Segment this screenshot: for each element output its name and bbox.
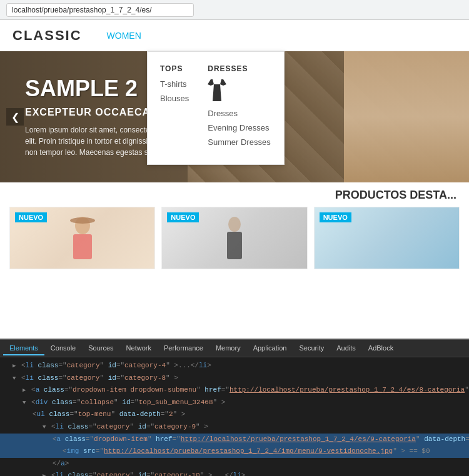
site-logo[interactable]: CLASSIC	[13, 27, 82, 44]
tree-line-3[interactable]: ▶ <a class="dropdown-item dropdown-subme…	[0, 384, 469, 397]
dropdown-tops-col: TOPS T-shirts Blouses	[160, 64, 189, 152]
dropdown-evening-dresses[interactable]: Evening Dresses	[208, 123, 270, 132]
tab-console[interactable]: Console	[44, 342, 82, 355]
url-bar[interactable]: localhost/prueba/prestashop_1_7_2_4/es/	[6, 3, 194, 17]
product-badge-2: NUEVO	[167, 212, 199, 222]
products-title: PRODUCTOS DESTA...	[9, 189, 460, 202]
tree-line-10[interactable]: ▶ <li class="category" id="category-10" …	[0, 470, 469, 476]
product-card-2[interactable]: NUEVO	[161, 207, 307, 269]
hero-person-image	[344, 51, 469, 182]
tree-line-9[interactable]: </a>	[0, 458, 469, 470]
hero-prev-arrow[interactable]: ❮	[6, 108, 24, 126]
svg-rect-4	[227, 232, 242, 259]
dropdown-columns: TOPS T-shirts Blouses DRESSES Dresses Ev…	[160, 64, 271, 152]
dropdown-tshirts[interactable]: T-shirts	[160, 79, 189, 89]
svg-rect-1	[73, 234, 92, 259]
products-grid: NUEVO NUEVO	[9, 207, 460, 269]
tab-application[interactable]: Application	[247, 342, 293, 355]
browser-bar: localhost/prueba/prestashop_1_7_2_4/es/	[0, 0, 469, 20]
product-card-1[interactable]: NUEVO	[9, 207, 155, 269]
tree-line-5[interactable]: <ul class="top-menu" data-depth="2" >	[0, 409, 469, 421]
dropdown-summer-dresses[interactable]: Summer Dresses	[208, 137, 270, 147]
svg-point-3	[228, 217, 241, 232]
dress-icon	[208, 79, 270, 106]
tree-line-7[interactable]: <a class="dropdown-item" href="http://lo…	[0, 434, 469, 446]
dropdown-dresses-col: DRESSES Dresses Evening Dresses Summer D…	[208, 64, 270, 152]
tree-line-6[interactable]: ▼ <li class="category" id="category-9" >	[0, 421, 469, 434]
tab-memory[interactable]: Memory	[209, 342, 247, 355]
tree-line-1[interactable]: ▶ <li class="category" id="category-4" >…	[0, 360, 469, 372]
tree-line-4[interactable]: ▼ <div class="collapse" id="top_sub_menu…	[0, 397, 469, 409]
tab-security[interactable]: Security	[293, 342, 330, 355]
nav-bar: CLASSIC WOMEN TOPS T-shirts Blouses DRES…	[0, 20, 469, 51]
tab-adblock[interactable]: AdBlock	[362, 342, 400, 355]
devtools-content: ▶ <li class="category" id="category-4" >…	[0, 357, 469, 476]
tab-audits[interactable]: Audits	[330, 342, 362, 355]
tree-line-8[interactable]: <img src="http://localhost/prueba/presta…	[0, 445, 469, 458]
product-badge-3: NUEVO	[320, 212, 351, 222]
devtools-tabs: Elements Console Sources Network Perform…	[0, 340, 469, 357]
product-card-3[interactable]: NUEVO	[314, 207, 460, 269]
tree-line-2[interactable]: ▼ <li class="category" id="category-8" >	[0, 372, 469, 385]
nav-items: WOMEN	[107, 31, 141, 41]
tab-elements[interactable]: Elements	[3, 342, 44, 355]
tab-performance[interactable]: Performance	[158, 342, 209, 355]
devtools-panel: Elements Console Sources Network Perform…	[0, 339, 469, 476]
tops-title: TOPS	[160, 64, 189, 73]
tab-network[interactable]: Network	[120, 342, 158, 355]
dropdown-dresses[interactable]: Dresses	[208, 109, 270, 118]
products-section: PRODUCTOS DESTA... NUEVO NUEVO	[0, 182, 469, 272]
product-badge-1: NUEVO	[15, 212, 47, 222]
dropdown-blouses[interactable]: Blouses	[160, 94, 189, 103]
nav-item-women[interactable]: WOMEN	[107, 31, 141, 41]
svg-point-2	[70, 217, 95, 224]
tab-sources[interactable]: Sources	[82, 342, 119, 355]
dresses-title: DRESSES	[208, 64, 270, 73]
dropdown-menu: TOPS T-shirts Blouses DRESSES Dresses Ev…	[147, 51, 285, 165]
website-area: CLASSIC WOMEN TOPS T-shirts Blouses DRES…	[0, 20, 469, 339]
